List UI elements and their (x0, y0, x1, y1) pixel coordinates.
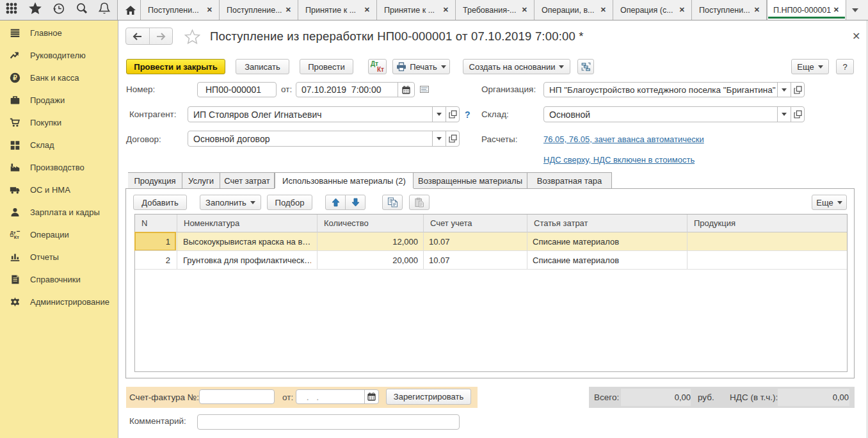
svg-text:₽: ₽ (13, 74, 17, 81)
svg-text:Кт: Кт (14, 234, 19, 240)
